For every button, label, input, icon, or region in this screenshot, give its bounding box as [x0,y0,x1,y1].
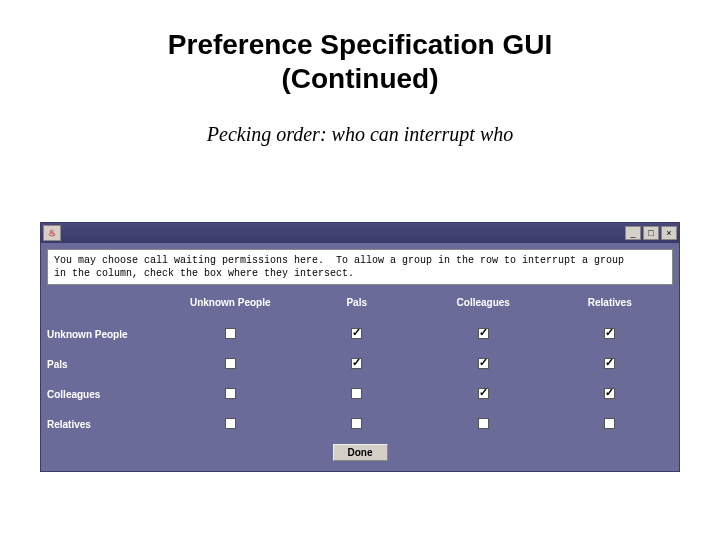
done-button[interactable]: Done [333,444,388,461]
col-head-0: Unknown People [167,293,294,316]
slide-title-line1: Preference Specification GUI [0,28,720,62]
checkbox-r0-c1[interactable] [351,328,362,339]
slide-subtitle: Pecking order: who can interrupt who [0,123,720,146]
checkbox-r0-c3[interactable] [604,328,615,339]
checkbox-r3-c0[interactable] [225,418,236,429]
minimize-button[interactable]: _ [625,226,641,240]
app-icon: ♨ [43,225,61,241]
titlebar: ♨ _ □ × [41,223,679,243]
checkbox-r3-c3[interactable] [604,418,615,429]
slide-title: Preference Specification GUI (Continued) [0,28,720,95]
checkbox-r3-c1[interactable] [351,418,362,429]
row-head-0: Unknown People [47,325,167,344]
checkbox-r0-c2[interactable] [478,328,489,339]
checkbox-r2-c2[interactable] [478,388,489,399]
row-head-2: Colleagues [47,385,167,404]
window-controls: _ □ × [625,226,677,240]
close-button[interactable]: × [661,226,677,240]
slide-title-line2: (Continued) [0,62,720,96]
done-row: Done [47,442,673,465]
checkbox-r2-c0[interactable] [225,388,236,399]
col-head-1: Pals [294,293,421,316]
checkbox-r2-c1[interactable] [351,388,362,399]
checkbox-r1-c2[interactable] [478,358,489,369]
col-head-2: Colleagues [420,293,547,316]
checkbox-r3-c2[interactable] [478,418,489,429]
app-window: ♨ _ □ × You may choose call waiting perm… [40,222,680,472]
checkbox-r2-c3[interactable] [604,388,615,399]
col-head-3: Relatives [547,293,674,316]
checkbox-r1-c3[interactable] [604,358,615,369]
maximize-button[interactable]: □ [643,226,659,240]
checkbox-r0-c0[interactable] [225,328,236,339]
row-head-3: Relatives [47,415,167,434]
checkbox-r1-c1[interactable] [351,358,362,369]
instructions-text: You may choose call waiting permissions … [47,249,673,285]
checkbox-r1-c0[interactable] [225,358,236,369]
java-icon: ♨ [48,228,56,238]
permissions-grid: Unknown People Pals Colleagues Relatives… [47,293,673,436]
row-head-1: Pals [47,355,167,374]
window-content: You may choose call waiting permissions … [41,243,679,471]
